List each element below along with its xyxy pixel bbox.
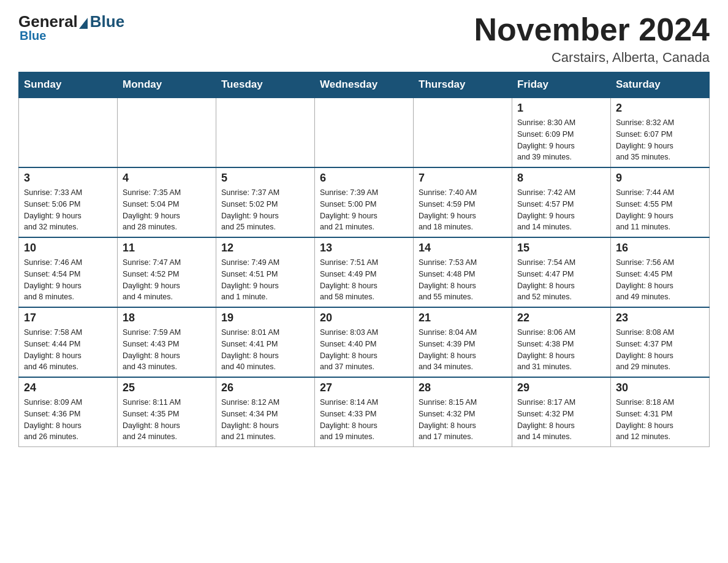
day-info: Sunrise: 8:06 AM Sunset: 4:38 PM Dayligh…	[517, 327, 605, 373]
day-info: Sunrise: 7:47 AM Sunset: 4:52 PM Dayligh…	[123, 257, 211, 303]
day-number: 21	[419, 312, 507, 324]
calendar-cell: 25Sunrise: 8:11 AM Sunset: 4:35 PM Dayli…	[118, 377, 216, 447]
day-number: 4	[123, 172, 211, 185]
day-info: Sunrise: 7:58 AM Sunset: 4:44 PM Dayligh…	[24, 327, 112, 373]
day-number: 17	[24, 312, 112, 324]
day-info: Sunrise: 8:11 AM Sunset: 4:35 PM Dayligh…	[123, 397, 211, 443]
calendar-header-sunday: Sunday	[19, 72, 118, 98]
calendar-cell: 4Sunrise: 7:35 AM Sunset: 5:04 PM Daylig…	[118, 167, 216, 237]
calendar-cell: 6Sunrise: 7:39 AM Sunset: 5:00 PM Daylig…	[315, 167, 414, 237]
calendar-week-row-4: 17Sunrise: 7:58 AM Sunset: 4:44 PM Dayli…	[19, 307, 710, 377]
calendar-week-row-3: 10Sunrise: 7:46 AM Sunset: 4:54 PM Dayli…	[19, 237, 710, 307]
day-number: 26	[221, 381, 309, 394]
calendar-cell: 15Sunrise: 7:54 AM Sunset: 4:47 PM Dayli…	[512, 237, 611, 307]
day-info: Sunrise: 7:42 AM Sunset: 4:57 PM Dayligh…	[517, 187, 605, 233]
day-number: 6	[320, 172, 408, 185]
day-number: 8	[517, 172, 605, 185]
day-number: 20	[320, 312, 408, 324]
calendar-cell: 22Sunrise: 8:06 AM Sunset: 4:38 PM Dayli…	[512, 307, 611, 377]
day-number: 23	[616, 312, 704, 324]
calendar-cell: 27Sunrise: 8:14 AM Sunset: 4:33 PM Dayli…	[315, 377, 414, 447]
calendar-cell	[118, 98, 216, 167]
calendar-cell	[19, 98, 118, 167]
location-label: Carstairs, Alberta, Canada	[474, 50, 710, 66]
calendar-cell: 9Sunrise: 7:44 AM Sunset: 4:55 PM Daylig…	[611, 167, 710, 237]
day-info: Sunrise: 7:33 AM Sunset: 5:06 PM Dayligh…	[24, 187, 112, 233]
calendar-header-row: SundayMondayTuesdayWednesdayThursdayFrid…	[19, 72, 710, 98]
day-info: Sunrise: 8:18 AM Sunset: 4:31 PM Dayligh…	[616, 397, 704, 443]
day-info: Sunrise: 7:54 AM Sunset: 4:47 PM Dayligh…	[517, 257, 605, 303]
calendar-week-row-5: 24Sunrise: 8:09 AM Sunset: 4:36 PM Dayli…	[19, 377, 710, 447]
day-info: Sunrise: 8:04 AM Sunset: 4:39 PM Dayligh…	[419, 327, 507, 373]
day-info: Sunrise: 8:08 AM Sunset: 4:37 PM Dayligh…	[616, 327, 704, 373]
day-info: Sunrise: 7:56 AM Sunset: 4:45 PM Dayligh…	[616, 257, 704, 303]
calendar-cell: 16Sunrise: 7:56 AM Sunset: 4:45 PM Dayli…	[611, 237, 710, 307]
day-number: 24	[24, 381, 112, 394]
day-number: 27	[320, 381, 408, 394]
day-info: Sunrise: 8:03 AM Sunset: 4:40 PM Dayligh…	[320, 327, 408, 373]
day-number: 11	[123, 242, 211, 255]
calendar-cell: 30Sunrise: 8:18 AM Sunset: 4:31 PM Dayli…	[611, 377, 710, 447]
day-number: 7	[419, 172, 507, 185]
calendar-cell: 3Sunrise: 7:33 AM Sunset: 5:06 PM Daylig…	[19, 167, 118, 237]
day-info: Sunrise: 7:59 AM Sunset: 4:43 PM Dayligh…	[123, 327, 211, 373]
calendar-cell: 23Sunrise: 8:08 AM Sunset: 4:37 PM Dayli…	[611, 307, 710, 377]
calendar-cell: 1Sunrise: 8:30 AM Sunset: 6:09 PM Daylig…	[512, 98, 611, 167]
day-number: 16	[616, 242, 704, 255]
day-number: 30	[616, 381, 704, 394]
day-number: 3	[24, 172, 112, 185]
calendar-cell: 8Sunrise: 7:42 AM Sunset: 4:57 PM Daylig…	[512, 167, 611, 237]
calendar-cell: 14Sunrise: 7:53 AM Sunset: 4:48 PM Dayli…	[414, 237, 512, 307]
calendar-cell: 2Sunrise: 8:32 AM Sunset: 6:07 PM Daylig…	[611, 98, 710, 167]
day-number: 10	[24, 242, 112, 255]
day-info: Sunrise: 8:12 AM Sunset: 4:34 PM Dayligh…	[221, 397, 309, 443]
day-info: Sunrise: 8:17 AM Sunset: 4:32 PM Dayligh…	[517, 397, 605, 443]
day-number: 25	[123, 381, 211, 394]
calendar-cell	[315, 98, 414, 167]
calendar-cell: 10Sunrise: 7:46 AM Sunset: 4:54 PM Dayli…	[19, 237, 118, 307]
day-number: 15	[517, 242, 605, 255]
day-info: Sunrise: 7:49 AM Sunset: 4:51 PM Dayligh…	[221, 257, 309, 303]
day-info: Sunrise: 8:01 AM Sunset: 4:41 PM Dayligh…	[221, 327, 309, 373]
calendar-cell: 29Sunrise: 8:17 AM Sunset: 4:32 PM Dayli…	[512, 377, 611, 447]
month-title: November 2024	[474, 12, 710, 47]
calendar-cell: 28Sunrise: 8:15 AM Sunset: 4:32 PM Dayli…	[414, 377, 512, 447]
day-info: Sunrise: 7:35 AM Sunset: 5:04 PM Dayligh…	[123, 187, 211, 233]
day-number: 28	[419, 381, 507, 394]
day-number: 18	[123, 312, 211, 324]
calendar-cell: 12Sunrise: 7:49 AM Sunset: 4:51 PM Dayli…	[216, 237, 315, 307]
calendar-header-monday: Monday	[118, 72, 216, 98]
calendar-cell	[216, 98, 315, 167]
day-info: Sunrise: 7:37 AM Sunset: 5:02 PM Dayligh…	[221, 187, 309, 233]
day-number: 2	[616, 102, 704, 115]
calendar-cell: 18Sunrise: 7:59 AM Sunset: 4:43 PM Dayli…	[118, 307, 216, 377]
day-number: 29	[517, 381, 605, 394]
day-number: 12	[221, 242, 309, 255]
day-info: Sunrise: 7:51 AM Sunset: 4:49 PM Dayligh…	[320, 257, 408, 303]
calendar-cell: 7Sunrise: 7:40 AM Sunset: 4:59 PM Daylig…	[414, 167, 512, 237]
calendar-table: SundayMondayTuesdayWednesdayThursdayFrid…	[18, 72, 710, 447]
calendar-week-row-1: 1Sunrise: 8:30 AM Sunset: 6:09 PM Daylig…	[19, 98, 710, 167]
logo-arrow-icon	[79, 18, 88, 29]
calendar-header-tuesday: Tuesday	[216, 72, 315, 98]
calendar-cell: 13Sunrise: 7:51 AM Sunset: 4:49 PM Dayli…	[315, 237, 414, 307]
calendar-cell: 26Sunrise: 8:12 AM Sunset: 4:34 PM Dayli…	[216, 377, 315, 447]
calendar-header-friday: Friday	[512, 72, 611, 98]
day-number: 1	[517, 102, 605, 115]
day-number: 5	[221, 172, 309, 185]
logo: General Blue Blue	[18, 12, 124, 43]
calendar-cell: 19Sunrise: 8:01 AM Sunset: 4:41 PM Dayli…	[216, 307, 315, 377]
day-info: Sunrise: 8:32 AM Sunset: 6:07 PM Dayligh…	[616, 117, 704, 163]
calendar-cell: 24Sunrise: 8:09 AM Sunset: 4:36 PM Dayli…	[19, 377, 118, 447]
day-number: 9	[616, 172, 704, 185]
calendar-week-row-2: 3Sunrise: 7:33 AM Sunset: 5:06 PM Daylig…	[19, 167, 710, 237]
day-info: Sunrise: 7:44 AM Sunset: 4:55 PM Dayligh…	[616, 187, 704, 233]
day-number: 19	[221, 312, 309, 324]
logo-subtitle: Blue	[20, 29, 46, 43]
logo-blue-label: Blue	[90, 12, 124, 31]
day-info: Sunrise: 7:46 AM Sunset: 4:54 PM Dayligh…	[24, 257, 112, 303]
calendar-header-wednesday: Wednesday	[315, 72, 414, 98]
calendar-cell: 11Sunrise: 7:47 AM Sunset: 4:52 PM Dayli…	[118, 237, 216, 307]
day-info: Sunrise: 7:39 AM Sunset: 5:00 PM Dayligh…	[320, 187, 408, 233]
day-info: Sunrise: 8:15 AM Sunset: 4:32 PM Dayligh…	[419, 397, 507, 443]
